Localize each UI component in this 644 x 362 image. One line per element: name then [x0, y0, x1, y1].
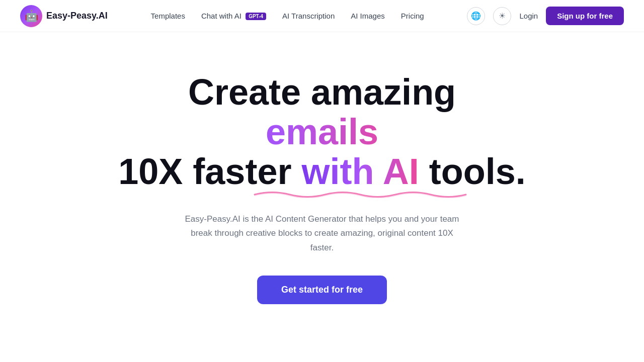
gpt4-badge: GPT-4	[246, 13, 266, 20]
logo-link[interactable]: 🤖 Easy-Peasy.AI	[20, 5, 108, 27]
nav-right: 🌐 ☀ Login Sign up for free	[467, 7, 624, 25]
hero-line3-highlight: with AI	[301, 151, 419, 192]
nav-link-chat[interactable]: Chat with AI GPT-4	[201, 12, 266, 20]
signup-button[interactable]: Sign up for free	[546, 7, 624, 25]
hero-line3: 10X faster with AI tools.	[118, 152, 526, 192]
hero-line3-end: tools.	[419, 151, 526, 192]
theme-icon: ☀	[499, 11, 506, 21]
nav-link-pricing[interactable]: Pricing	[401, 12, 424, 20]
hero-line1: Create amazing	[118, 72, 526, 112]
globe-button[interactable]: 🌐	[467, 7, 485, 25]
hero-subtitle: Easy-Peasy.AI is the AI Content Generato…	[181, 212, 463, 256]
nav-link-transcription[interactable]: AI Transcription	[282, 12, 335, 20]
hero-line2-emails: emails	[118, 112, 526, 152]
nav-item-images[interactable]: AI Images	[351, 12, 385, 21]
hero-title: Create amazing emails 10X faster with AI…	[118, 72, 526, 192]
hero-line3-start: 10X faster	[118, 151, 301, 192]
globe-icon: 🌐	[471, 11, 481, 21]
nav-item-transcription[interactable]: AI Transcription	[282, 12, 335, 21]
logo-icon: 🤖	[20, 5, 42, 27]
squiggle-decoration	[252, 188, 468, 198]
nav-item-pricing[interactable]: Pricing	[401, 12, 424, 21]
navbar: 🤖 Easy-Peasy.AI Templates Chat with AI G…	[0, 0, 644, 32]
nav-item-chat[interactable]: Chat with AI GPT-4	[201, 12, 266, 21]
squiggle-wrapper: with AI	[301, 152, 419, 192]
login-link[interactable]: Login	[519, 12, 538, 20]
logo-text: Easy-Peasy.AI	[46, 11, 108, 21]
nav-links: Templates Chat with AI GPT-4 AI Transcri…	[151, 12, 424, 21]
nav-link-templates[interactable]: Templates	[151, 12, 185, 20]
cta-button[interactable]: Get started for free	[257, 276, 387, 304]
nav-item-templates[interactable]: Templates	[151, 12, 185, 21]
nav-link-images[interactable]: AI Images	[351, 12, 385, 20]
theme-toggle-button[interactable]: ☀	[493, 7, 511, 25]
hero-section: Create amazing emails 10X faster with AI…	[0, 32, 644, 334]
